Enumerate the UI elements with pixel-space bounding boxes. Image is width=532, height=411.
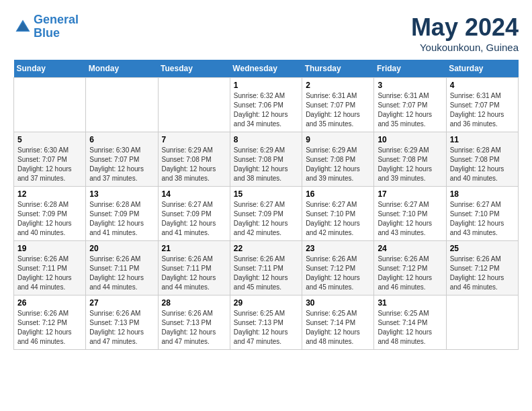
day-info: Sunrise: 6:27 AMSunset: 7:09 PMDaylight:… <box>162 200 226 238</box>
calendar-cell: 3Sunrise: 6:31 AMSunset: 7:07 PMDaylight… <box>374 78 446 132</box>
calendar-cell <box>158 78 230 132</box>
calendar-cell: 12Sunrise: 6:28 AMSunset: 7:09 PMDayligh… <box>14 187 86 241</box>
calendar-cell: 6Sunrise: 6:30 AMSunset: 7:07 PMDaylight… <box>86 132 158 187</box>
logo-icon <box>13 17 32 36</box>
week-row-3: 12Sunrise: 6:28 AMSunset: 7:09 PMDayligh… <box>14 187 519 241</box>
logo: GeneralBlue <box>13 13 79 40</box>
calendar-cell: 8Sunrise: 6:29 AMSunset: 7:08 PMDaylight… <box>230 132 302 187</box>
day-number: 21 <box>162 244 226 253</box>
day-number: 26 <box>17 298 82 308</box>
calendar-cell: 13Sunrise: 6:28 AMSunset: 7:09 PMDayligh… <box>86 187 158 241</box>
location: Youkounkoun, Guinea <box>411 42 519 53</box>
calendar-cell: 23Sunrise: 6:26 AMSunset: 7:12 PMDayligh… <box>302 241 374 295</box>
day-number: 9 <box>306 135 370 144</box>
calendar-cell: 18Sunrise: 6:27 AMSunset: 7:10 PMDayligh… <box>446 187 518 241</box>
calendar-table: SundayMondayTuesdayWednesdayThursdayFrid… <box>13 60 519 350</box>
day-info: Sunrise: 6:27 AMSunset: 7:10 PMDaylight:… <box>378 200 442 238</box>
calendar-cell: 20Sunrise: 6:26 AMSunset: 7:11 PMDayligh… <box>86 241 158 295</box>
day-info: Sunrise: 6:26 AMSunset: 7:13 PMDaylight:… <box>162 309 226 347</box>
day-number: 19 <box>17 244 82 253</box>
day-number: 22 <box>234 244 298 253</box>
weekday-header-monday: Monday <box>86 60 158 78</box>
day-info: Sunrise: 6:26 AMSunset: 7:13 PMDaylight:… <box>89 309 154 347</box>
day-number: 31 <box>378 298 442 308</box>
calendar-cell: 5Sunrise: 6:30 AMSunset: 7:07 PMDaylight… <box>14 132 86 187</box>
day-number: 1 <box>234 81 298 90</box>
day-info: Sunrise: 6:26 AMSunset: 7:12 PMDaylight:… <box>450 255 515 292</box>
day-info: Sunrise: 6:31 AMSunset: 7:07 PMDaylight:… <box>378 91 442 129</box>
day-info: Sunrise: 6:25 AMSunset: 7:14 PMDaylight:… <box>378 309 442 347</box>
logo-text: GeneralBlue <box>34 13 79 40</box>
calendar-cell: 10Sunrise: 6:29 AMSunset: 7:08 PMDayligh… <box>374 132 446 187</box>
day-number: 14 <box>162 189 226 199</box>
calendar-cell: 29Sunrise: 6:25 AMSunset: 7:13 PMDayligh… <box>230 295 302 350</box>
calendar-cell <box>14 78 86 132</box>
day-info: Sunrise: 6:25 AMSunset: 7:13 PMDaylight:… <box>234 309 298 347</box>
day-number: 27 <box>89 298 154 308</box>
day-number: 18 <box>450 189 515 199</box>
day-number: 6 <box>89 135 154 144</box>
calendar-cell: 11Sunrise: 6:28 AMSunset: 7:08 PMDayligh… <box>446 132 518 187</box>
calendar-cell: 9Sunrise: 6:29 AMSunset: 7:08 PMDaylight… <box>302 132 374 187</box>
weekday-header-friday: Friday <box>374 60 446 78</box>
calendar-cell: 14Sunrise: 6:27 AMSunset: 7:09 PMDayligh… <box>158 187 230 241</box>
day-number: 10 <box>378 135 442 144</box>
day-number: 15 <box>234 189 298 199</box>
day-info: Sunrise: 6:32 AMSunset: 7:06 PMDaylight:… <box>234 91 298 129</box>
weekday-header-tuesday: Tuesday <box>158 60 230 78</box>
day-info: Sunrise: 6:29 AMSunset: 7:08 PMDaylight:… <box>234 146 298 183</box>
calendar-cell: 16Sunrise: 6:27 AMSunset: 7:10 PMDayligh… <box>302 187 374 241</box>
calendar-cell: 15Sunrise: 6:27 AMSunset: 7:09 PMDayligh… <box>230 187 302 241</box>
day-number: 29 <box>234 298 298 308</box>
calendar-cell: 21Sunrise: 6:26 AMSunset: 7:11 PMDayligh… <box>158 241 230 295</box>
calendar-cell: 30Sunrise: 6:25 AMSunset: 7:14 PMDayligh… <box>302 295 374 350</box>
calendar-cell: 31Sunrise: 6:25 AMSunset: 7:14 PMDayligh… <box>374 295 446 350</box>
calendar-cell: 4Sunrise: 6:31 AMSunset: 7:07 PMDaylight… <box>446 78 518 132</box>
day-number: 3 <box>378 81 442 90</box>
month-title: May 2024 <box>411 13 519 42</box>
day-info: Sunrise: 6:31 AMSunset: 7:07 PMDaylight:… <box>450 91 515 129</box>
day-number: 30 <box>306 298 370 308</box>
day-info: Sunrise: 6:28 AMSunset: 7:08 PMDaylight:… <box>450 146 515 183</box>
day-number: 11 <box>450 135 515 144</box>
week-row-4: 19Sunrise: 6:26 AMSunset: 7:11 PMDayligh… <box>14 241 519 295</box>
day-info: Sunrise: 6:26 AMSunset: 7:11 PMDaylight:… <box>234 255 298 292</box>
day-info: Sunrise: 6:26 AMSunset: 7:12 PMDaylight:… <box>17 309 82 347</box>
calendar-cell: 1Sunrise: 6:32 AMSunset: 7:06 PMDaylight… <box>230 78 302 132</box>
calendar-cell <box>86 78 158 132</box>
day-info: Sunrise: 6:26 AMSunset: 7:11 PMDaylight:… <box>17 255 82 292</box>
day-info: Sunrise: 6:30 AMSunset: 7:07 PMDaylight:… <box>17 146 82 183</box>
calendar-cell: 28Sunrise: 6:26 AMSunset: 7:13 PMDayligh… <box>158 295 230 350</box>
day-info: Sunrise: 6:31 AMSunset: 7:07 PMDaylight:… <box>306 91 370 129</box>
day-number: 7 <box>162 135 226 144</box>
day-number: 5 <box>17 135 82 144</box>
day-info: Sunrise: 6:26 AMSunset: 7:11 PMDaylight:… <box>162 255 226 292</box>
calendar-cell: 24Sunrise: 6:26 AMSunset: 7:12 PMDayligh… <box>374 241 446 295</box>
calendar-cell: 27Sunrise: 6:26 AMSunset: 7:13 PMDayligh… <box>86 295 158 350</box>
calendar-cell: 22Sunrise: 6:26 AMSunset: 7:11 PMDayligh… <box>230 241 302 295</box>
page-header: GeneralBlue May 2024 Youkounkoun, Guinea <box>13 13 519 53</box>
day-info: Sunrise: 6:26 AMSunset: 7:12 PMDaylight:… <box>306 255 370 292</box>
calendar-cell: 7Sunrise: 6:29 AMSunset: 7:08 PMDaylight… <box>158 132 230 187</box>
day-info: Sunrise: 6:28 AMSunset: 7:09 PMDaylight:… <box>17 200 82 238</box>
calendar-cell: 26Sunrise: 6:26 AMSunset: 7:12 PMDayligh… <box>14 295 86 350</box>
day-number: 2 <box>306 81 370 90</box>
day-number: 12 <box>17 189 82 199</box>
weekday-header-sunday: Sunday <box>14 60 86 78</box>
day-info: Sunrise: 6:26 AMSunset: 7:12 PMDaylight:… <box>378 255 442 292</box>
day-info: Sunrise: 6:28 AMSunset: 7:09 PMDaylight:… <box>89 200 154 238</box>
day-number: 4 <box>450 81 515 90</box>
day-info: Sunrise: 6:26 AMSunset: 7:11 PMDaylight:… <box>89 255 154 292</box>
title-block: May 2024 Youkounkoun, Guinea <box>411 13 519 53</box>
calendar-cell: 2Sunrise: 6:31 AMSunset: 7:07 PMDaylight… <box>302 78 374 132</box>
day-number: 24 <box>378 244 442 253</box>
day-number: 16 <box>306 189 370 199</box>
week-row-2: 5Sunrise: 6:30 AMSunset: 7:07 PMDaylight… <box>14 132 519 187</box>
calendar-cell: 17Sunrise: 6:27 AMSunset: 7:10 PMDayligh… <box>374 187 446 241</box>
day-info: Sunrise: 6:29 AMSunset: 7:08 PMDaylight:… <box>378 146 442 183</box>
weekday-header-wednesday: Wednesday <box>230 60 302 78</box>
day-number: 25 <box>450 244 515 253</box>
weekday-header-saturday: Saturday <box>446 60 518 78</box>
day-number: 8 <box>234 135 298 144</box>
week-row-1: 1Sunrise: 6:32 AMSunset: 7:06 PMDaylight… <box>14 78 519 132</box>
